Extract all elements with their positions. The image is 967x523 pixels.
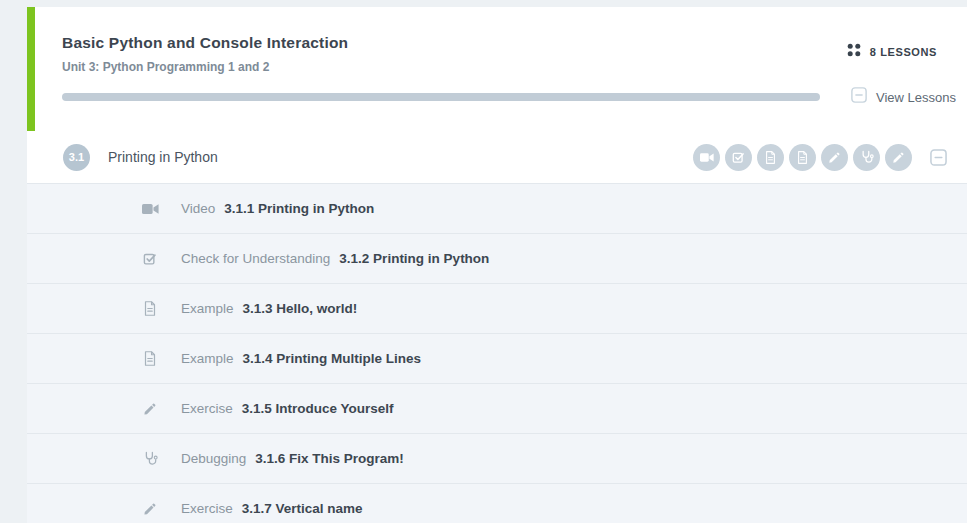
lesson-section-header[interactable]: 3.1 Printing in Python	[27, 131, 967, 183]
section-number-badge: 3.1	[63, 144, 90, 171]
pencil-icon	[140, 502, 160, 516]
lesson-row[interactable]: Check for Understanding 3.1.2 Printing i…	[27, 233, 967, 283]
grid-dots-icon	[847, 43, 861, 61]
document-icon[interactable]	[757, 144, 784, 171]
lesson-row[interactable]: Exercise 3.1.7 Vertical name	[27, 483, 967, 523]
document-icon	[140, 351, 160, 366]
unit-subtitle: Unit 3: Python Programming 1 and 2	[62, 60, 348, 74]
lesson-type-label: Example	[181, 351, 234, 366]
section-type-icons	[693, 144, 947, 171]
lessons-count-label: 8 LESSONS	[870, 46, 937, 58]
lesson-row[interactable]: Video 3.1.1 Printing in Python	[27, 183, 967, 233]
lesson-type-label: Check for Understanding	[181, 251, 330, 266]
minus-square-icon	[851, 87, 867, 107]
lesson-row[interactable]: Example 3.1.4 Printing Multiple Lines	[27, 333, 967, 383]
unit-title: Basic Python and Console Interaction	[62, 34, 348, 52]
section-title: Printing in Python	[108, 149, 218, 165]
lesson-title: 3.1.1 Printing in Python	[224, 201, 374, 216]
lesson-title: 3.1.4 Printing Multiple Lines	[243, 351, 422, 366]
lesson-title: 3.1.7 Vertical name	[242, 501, 363, 516]
lesson-title: 3.1.2 Printing in Python	[339, 251, 489, 266]
document-icon	[140, 301, 160, 316]
stethoscope-icon[interactable]	[853, 144, 880, 171]
lesson-title: 3.1.3 Hello, world!	[243, 301, 358, 316]
pencil-icon	[140, 402, 160, 416]
lesson-type-label: Example	[181, 301, 234, 316]
unit-titles: Basic Python and Console Interaction Uni…	[62, 34, 348, 74]
video-icon[interactable]	[693, 144, 720, 171]
check-square-icon[interactable]	[725, 144, 752, 171]
document-icon[interactable]	[789, 144, 816, 171]
lesson-title: 3.1.6 Fix This Program!	[255, 451, 404, 466]
unit-progress-bar	[62, 93, 820, 101]
lesson-type-label: Exercise	[181, 401, 233, 416]
check-square-icon	[140, 252, 160, 266]
course-unit-card: Basic Python and Console Interaction Uni…	[27, 7, 967, 523]
lessons-count: 8 LESSONS	[847, 43, 937, 61]
unit-header: Basic Python and Console Interaction Uni…	[27, 7, 967, 131]
lesson-type-label: Video	[181, 201, 215, 216]
lesson-type-label: Exercise	[181, 501, 233, 516]
lesson-row[interactable]: Example 3.1.3 Hello, world!	[27, 283, 967, 333]
lesson-type-label: Debugging	[181, 451, 246, 466]
lesson-row[interactable]: Debugging 3.1.6 Fix This Program!	[27, 433, 967, 483]
minus-square-icon[interactable]	[930, 149, 947, 166]
video-icon	[140, 203, 160, 215]
pencil-icon[interactable]	[821, 144, 848, 171]
stethoscope-icon	[140, 451, 160, 466]
pencil-icon[interactable]	[885, 144, 912, 171]
view-lessons-label: View Lessons	[876, 90, 956, 105]
view-lessons-toggle[interactable]: View Lessons	[851, 87, 956, 107]
lesson-list: Video 3.1.1 Printing in Python Check for…	[27, 183, 967, 523]
lesson-row[interactable]: Exercise 3.1.5 Introduce Yourself	[27, 383, 967, 433]
lesson-title: 3.1.5 Introduce Yourself	[242, 401, 394, 416]
